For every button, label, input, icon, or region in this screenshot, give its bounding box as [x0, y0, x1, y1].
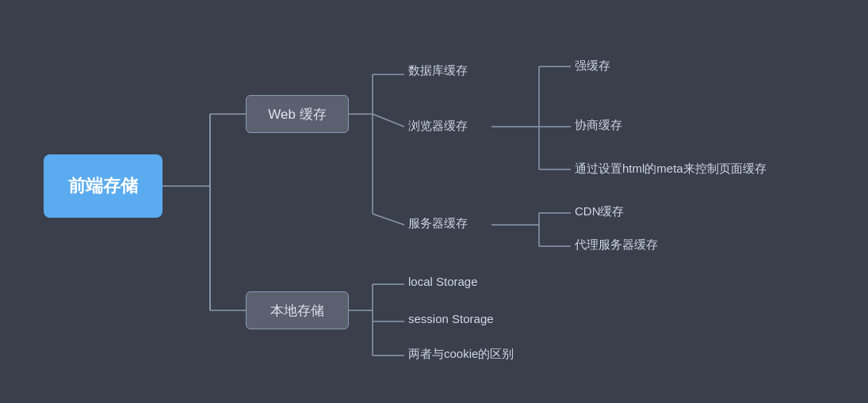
cookie-diff-label: 两者与cookie的区别: [408, 347, 514, 362]
meta-cache-label: 通过设置html的meta来控制页面缓存: [575, 162, 767, 177]
server-cache-node: 服务器缓存: [408, 216, 468, 231]
web-cache-node: Web 缓存: [246, 95, 349, 133]
local-storage-node: 本地存储: [246, 291, 349, 329]
local-storage-label: 本地存储: [270, 302, 324, 320]
server-cache-label: 服务器缓存: [408, 216, 468, 231]
db-cache-node: 数据库缓存: [408, 63, 468, 78]
negot-cache-node: 协商缓存: [575, 118, 622, 133]
session-stor-node: session Storage: [408, 312, 494, 325]
negot-cache-label: 协商缓存: [575, 118, 622, 133]
browser-cache-label: 浏览器缓存: [408, 119, 468, 134]
svg-line-10: [373, 214, 404, 225]
session-stor-label: session Storage: [408, 312, 494, 325]
svg-line-9: [373, 114, 404, 127]
root-node: 前端存储: [44, 154, 163, 218]
db-cache-label: 数据库缓存: [408, 63, 468, 78]
proxy-cache-label: 代理服务器缓存: [575, 238, 658, 253]
root-label: 前端存储: [68, 174, 138, 198]
proxy-cache-node: 代理服务器缓存: [575, 238, 658, 253]
strong-cache-label: 强缓存: [575, 59, 610, 74]
local-stor-label: local Storage: [408, 275, 478, 288]
meta-cache-node: 通过设置html的meta来控制页面缓存: [575, 162, 767, 177]
web-cache-label: Web 缓存: [268, 105, 326, 124]
strong-cache-node: 强缓存: [575, 59, 610, 74]
cookie-diff-node: 两者与cookie的区别: [408, 347, 514, 362]
mindmap: 前端存储 Web 缓存 本地存储 数据库缓存 浏览器缓存 服务器缓存 强缓存 协…: [0, 0, 868, 403]
browser-cache-node: 浏览器缓存: [408, 119, 468, 134]
cdn-cache-node: CDN缓存: [575, 204, 625, 219]
cdn-cache-label: CDN缓存: [575, 204, 625, 219]
local-stor-node: local Storage: [408, 275, 478, 288]
